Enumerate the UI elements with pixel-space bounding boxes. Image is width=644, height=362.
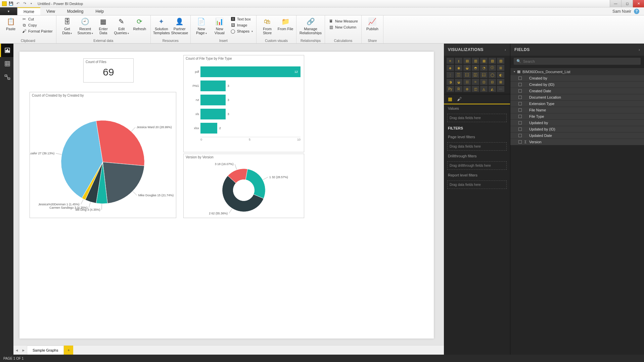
signed-in-user[interactable]: Sam Nseir xyxy=(612,9,631,14)
field-checkbox[interactable] xyxy=(518,140,522,144)
edit-queries-button[interactable]: ✎Edit Queries▾ xyxy=(113,16,130,36)
field-checkbox[interactable] xyxy=(518,134,522,137)
pagetab-prev-button[interactable]: ◄ xyxy=(13,346,20,355)
field-item[interactable]: Created by xyxy=(510,75,644,82)
pagetab-active[interactable]: Sample Graphs xyxy=(27,346,64,355)
data-view-button[interactable] xyxy=(0,57,13,70)
visual-pie-createdby[interactable]: Count of Created by by Created by Penny%… xyxy=(30,92,176,218)
viz-type-button[interactable]: ◓ xyxy=(472,65,479,71)
visual-bar-filetype[interactable]: Count of File Type by File Type pdf 12PN… xyxy=(183,55,304,152)
values-dropwell[interactable]: Drag data fields here xyxy=(447,114,507,122)
shapes-button[interactable]: ◯Shapes▾ xyxy=(229,28,254,34)
tab-view[interactable]: View xyxy=(40,7,61,15)
viz-type-button[interactable]: ⊡ xyxy=(480,79,488,85)
viz-type-button[interactable]: ☷ xyxy=(463,79,471,85)
viz-type-button[interactable]: ◒ xyxy=(463,65,471,71)
partner-showcase-button[interactable]: 👤Partner Showcase xyxy=(171,16,188,36)
image-button[interactable]: 🖼Image xyxy=(229,22,254,28)
viz-type-button[interactable]: ⋮ xyxy=(447,72,454,78)
format-painter-button[interactable]: 🖌Format Painter xyxy=(20,28,54,34)
undo-icon[interactable]: ↶ xyxy=(15,1,20,6)
viz-type-button[interactable]: R xyxy=(455,86,462,92)
viz-type-button[interactable]: ⊟ xyxy=(489,79,496,85)
maximize-button[interactable]: ◻ xyxy=(621,0,633,7)
viz-type-button[interactable]: ◔ xyxy=(480,65,488,71)
recent-sources-button[interactable]: 🕘Recent Sources▾ xyxy=(77,16,94,36)
solution-templates-button[interactable]: ✦Solution Templates xyxy=(153,16,170,36)
viz-type-button[interactable]: ≡ xyxy=(447,58,454,64)
viz-type-button[interactable]: ▨ xyxy=(497,58,504,64)
viz-type-button[interactable]: ⋯ xyxy=(497,86,504,92)
viz-type-button[interactable]: ⿱ xyxy=(463,72,471,78)
tab-modeling[interactable]: Modeling xyxy=(61,7,90,15)
viz-type-button[interactable]: ◉ xyxy=(455,65,462,71)
field-item[interactable]: Document Location xyxy=(510,94,644,101)
field-item[interactable]: Created by (ID) xyxy=(510,82,644,88)
close-button[interactable]: ✕ xyxy=(633,0,644,7)
collapse-icon[interactable]: › xyxy=(639,48,640,52)
field-checkbox[interactable] xyxy=(518,127,522,131)
fields-search-input[interactable] xyxy=(523,59,638,63)
field-checkbox[interactable] xyxy=(518,102,522,105)
field-item[interactable]: File Name xyxy=(510,107,644,113)
viz-type-button[interactable]: ⊠ xyxy=(497,79,504,85)
publish-button[interactable]: 📈Publish xyxy=(364,16,381,32)
page-filters-dropwell[interactable]: Drag data fields here xyxy=(447,142,507,151)
field-checkbox[interactable] xyxy=(518,76,522,80)
save-icon[interactable]: 💾 xyxy=(9,1,13,6)
field-checkbox[interactable] xyxy=(518,121,522,124)
field-checkbox[interactable] xyxy=(518,115,522,118)
viz-type-button[interactable]: ▧ xyxy=(489,58,496,64)
copy-button[interactable]: ⧉Copy xyxy=(20,22,54,28)
viz-type-button[interactable]: ◯ xyxy=(489,72,496,78)
viz-type-button[interactable]: ⫿ xyxy=(455,58,462,64)
field-item[interactable]: Updated by xyxy=(510,120,644,126)
new-visual-button[interactable]: 📊New Visual xyxy=(211,16,228,36)
collapse-icon[interactable]: › xyxy=(505,48,506,52)
viz-type-button[interactable]: ◒ xyxy=(455,79,462,85)
field-item[interactable]: File Type xyxy=(510,113,644,120)
get-data-button[interactable]: 🗄Get Data▾ xyxy=(58,16,76,36)
field-item[interactable]: Created Date xyxy=(510,88,644,94)
viz-type-button[interactable]: ◬ xyxy=(480,86,488,92)
viz-type-button[interactable]: ▤ xyxy=(463,58,471,64)
pagetab-next-button[interactable]: ► xyxy=(20,346,27,355)
report-filters-dropwell[interactable]: Drag data fields here xyxy=(447,180,507,189)
field-item[interactable]: Extension Type xyxy=(510,101,644,107)
format-tab-icon[interactable]: 🖌 xyxy=(457,96,462,102)
viz-type-button[interactable]: ⊕ xyxy=(463,86,471,92)
qat-dropdown-icon[interactable]: ▾ xyxy=(29,1,34,6)
viz-type-button[interactable]: ⿰ xyxy=(455,72,462,78)
viz-type-button[interactable]: ⊞ xyxy=(497,65,504,71)
minimize-button[interactable]: — xyxy=(610,0,621,7)
new-column-button[interactable]: ▥New Column xyxy=(327,24,359,30)
from-file-button[interactable]: 📁From File xyxy=(277,16,294,32)
viz-type-button[interactable]: ◑ xyxy=(447,79,454,85)
viz-type-button[interactable]: Py xyxy=(447,86,454,92)
paste-button[interactable]: 📋Paste xyxy=(2,16,19,32)
viz-type-button[interactable]: ⌗ xyxy=(472,79,479,85)
viz-type-button[interactable]: ◫ xyxy=(472,86,479,92)
enter-data-button[interactable]: ▦Enter Data xyxy=(95,16,112,36)
fields-tab-icon[interactable]: ▦ xyxy=(448,96,452,102)
help-icon[interactable]: ? xyxy=(634,9,639,14)
file-tab[interactable]: ▾ xyxy=(0,7,17,15)
new-measure-button[interactable]: 🖩New Measure xyxy=(327,18,359,24)
field-checkbox[interactable] xyxy=(518,96,522,99)
table-node[interactable]: ▾▦BIM360Docs_Document_List xyxy=(510,68,644,75)
field-checkbox[interactable] xyxy=(518,83,522,86)
report-view-button[interactable] xyxy=(0,44,13,57)
field-item[interactable]: ΣVersion xyxy=(510,139,644,145)
redo-icon[interactable]: ↷ xyxy=(22,1,27,6)
from-store-button[interactable]: 🛍From Store xyxy=(259,16,276,36)
viz-type-button[interactable]: ◐ xyxy=(497,72,504,78)
manage-relationships-button[interactable]: 🔗Manage Relationships xyxy=(298,16,323,36)
field-checkbox[interactable] xyxy=(518,89,522,93)
viz-type-button[interactable]: ◭ xyxy=(489,86,496,92)
tab-home[interactable]: Home xyxy=(17,7,40,15)
report-page[interactable]: Count of Files 69 Count of File Type by … xyxy=(19,52,434,339)
refresh-button[interactable]: ⟳Refresh xyxy=(131,16,148,32)
field-item[interactable]: Updated Date xyxy=(510,133,644,139)
field-item[interactable]: Updated by (ID) xyxy=(510,126,644,133)
viz-type-button[interactable]: ▦ xyxy=(480,58,488,64)
